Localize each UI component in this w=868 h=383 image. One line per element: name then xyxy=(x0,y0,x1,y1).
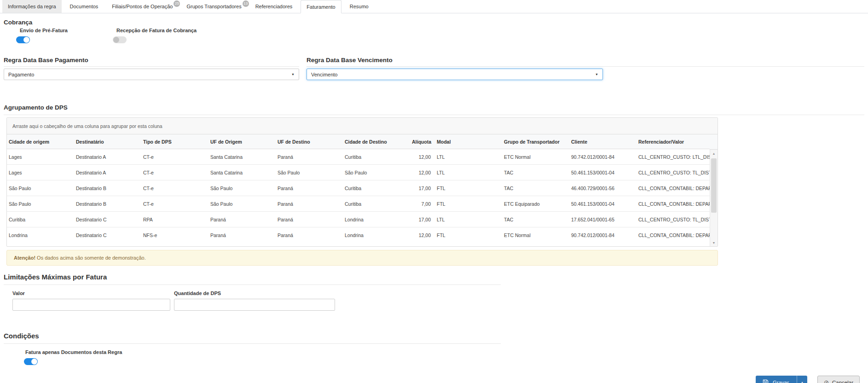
table-header-row: Cidade de origemDestinatárioTipo de DPSU… xyxy=(7,134,710,149)
tab-referenciadores[interactable]: Referenciadores xyxy=(250,0,298,13)
tab-informacoes-da-regra[interactable]: Informações da regra xyxy=(2,0,62,13)
scrollbar-thumb[interactable] xyxy=(711,158,717,213)
toggle-recepcao-de-fatura-de-cobranca[interactable] xyxy=(113,36,127,43)
cell-tipo-de-dps: CT-e xyxy=(141,196,208,212)
cell-tipo-de-dps: CT-e xyxy=(141,149,208,165)
cancel-button[interactable]: ⊘ Cancelar xyxy=(817,376,860,383)
regra-vencimento-select[interactable]: Vencimento ▼ xyxy=(307,69,603,80)
caret-up-icon: ▲ xyxy=(801,381,804,383)
cell-cliente: 50.461.153/0001-04 xyxy=(569,165,637,180)
column-header-grupo-de-transportador[interactable]: Grupo de Transportador xyxy=(502,134,569,149)
column-header-modal[interactable]: Modal xyxy=(435,134,502,149)
toggle-fatura-apenas-documentos-desta-regra[interactable] xyxy=(24,358,38,365)
valor-input[interactable] xyxy=(12,299,170,311)
cell-modal: FTL xyxy=(435,196,502,212)
column-header-cidade-de-destino[interactable]: Cidade de Destino xyxy=(343,134,410,149)
table-row[interactable]: LagesDestinatario ACT-eSanta CatarinaPar… xyxy=(7,149,710,165)
dropdown-arrow-icon: ▼ xyxy=(595,73,598,76)
cell-referenciador-valor: CLL_CONTA_CONTABIL: DEPART_A xyxy=(637,180,710,196)
table-row[interactable]: São PauloDestinatario BCT-eSão PauloPara… xyxy=(7,180,710,196)
cell-cidade-de-origem: Curitiba xyxy=(7,212,74,227)
toggle-group-envio-de-pre-fatura: Envio de Pré-Fatura xyxy=(16,28,113,43)
tab-grupos-transportadores[interactable]: Grupos Transportadores13 xyxy=(181,0,247,13)
cobranca-toggles: Envio de Pré-FaturaRecepção de Fatura de… xyxy=(4,28,864,43)
cell-grupo-de-transportador: TAC xyxy=(502,212,569,227)
cell-cliente: 17.652.041/0001-65 xyxy=(569,212,637,227)
switch-knob xyxy=(113,37,119,43)
cell-referenciador-valor: CLL_CENTRO_CUSTO: TL_DIST xyxy=(637,165,710,180)
cell-grupo-de-transportador: ETC Equiparado xyxy=(502,196,569,212)
cancel-button-label: Cancelar xyxy=(832,380,853,383)
cell-cidade-de-origem: Lages xyxy=(7,149,74,165)
cell-modal: FTL xyxy=(435,180,502,196)
cell-aliquota: 12,00 xyxy=(410,149,435,165)
switch-knob xyxy=(23,37,29,43)
tab-label: Referenciadores xyxy=(255,4,293,9)
cell-destinatario: Destinatario A xyxy=(74,149,141,165)
group-drop-zone[interactable]: Arraste aqui o cabeçalho de uma coluna p… xyxy=(7,118,718,134)
tab-resumo[interactable]: Resumo xyxy=(344,0,374,13)
cell-uf-de-origem: Santa Catarina xyxy=(208,149,276,165)
cell-cidade-de-destino: Curitiba xyxy=(343,149,410,165)
field-label: Valor xyxy=(12,290,170,296)
toggle-label: Recepção de Fatura de Cobrança xyxy=(116,28,197,33)
tab-label: Informações da regra xyxy=(8,4,56,9)
tab-label: Faturamento xyxy=(307,4,335,10)
regra-pagamento-group: Regra Data Base Pagamento Pagamento ▼ xyxy=(4,57,299,80)
quantidade-de-dps-input[interactable] xyxy=(174,299,335,311)
tab-documentos[interactable]: Documentos xyxy=(64,0,104,13)
save-button-label: Gravar xyxy=(773,380,789,383)
column-header-cidade-de-origem[interactable]: Cidade de origem xyxy=(7,134,74,149)
column-header-uf-de-destino[interactable]: UF de Destino xyxy=(276,134,343,149)
cell-uf-de-destino: Paraná xyxy=(276,196,343,212)
column-header-referenciador-valor[interactable]: Referenciador/Valor xyxy=(637,134,710,149)
save-options-button[interactable]: ▲ xyxy=(797,376,807,383)
toggle-envio-de-pre-fatura[interactable] xyxy=(16,36,30,43)
column-header-cliente[interactable]: Cliente xyxy=(569,134,637,149)
cell-cliente: 90.742.012/0001-84 xyxy=(569,227,637,243)
cell-uf-de-destino: São Paulo xyxy=(276,165,343,180)
cell-tipo-de-dps: NFS-e xyxy=(141,227,208,243)
limitacoes-fields: ValorQuantidade de DPS xyxy=(12,290,864,311)
table-row[interactable]: LondrinaDestinatario CNFS-eParanáParanáL… xyxy=(7,227,710,243)
column-header-uf-de-origem[interactable]: UF de Origem xyxy=(208,134,276,149)
section-title-cobranca: Cobrança xyxy=(4,19,864,26)
column-header-destinatario[interactable]: Destinatário xyxy=(74,134,141,149)
table-row[interactable]: LagesDestinatario ACT-eSanta CatarinaSão… xyxy=(7,165,710,180)
cell-modal: FTL xyxy=(435,227,502,243)
save-button[interactable]: Gravar xyxy=(756,376,797,383)
tab-faturamento[interactable]: Faturamento xyxy=(301,0,341,13)
cell-destinatario: Destinatario B xyxy=(74,196,141,212)
demo-warning: Atenção! Os dados acima são somente de d… xyxy=(6,250,718,266)
column-header-tipo-de-dps[interactable]: Tipo de DPS xyxy=(141,134,208,149)
section-title-limitacoes: Limitações Máximas por Fatura xyxy=(4,273,501,285)
action-buttons: Gravar ▲ ⊘ Cancelar xyxy=(756,376,860,383)
scroll-down-icon[interactable]: ▼ xyxy=(710,239,718,246)
dps-table: Cidade de origemDestinatárioTipo de DPSU… xyxy=(7,134,710,243)
tab-label: Resumo xyxy=(350,4,369,9)
tab-label: Grupos Transportadores xyxy=(186,4,241,9)
cell-uf-de-origem: Santa Catarina xyxy=(208,165,276,180)
tab-filiais-pontos-de-operacao[interactable]: Filiais/Pontos de Operação25 xyxy=(106,0,178,13)
cell-cidade-de-destino: Londrina xyxy=(343,227,410,243)
grid-scrollbar[interactable]: ▲ ▼ xyxy=(710,150,718,246)
cell-cliente: 46.400.729/0001-56 xyxy=(569,180,637,196)
field-label: Quantidade de DPS xyxy=(174,290,335,296)
cell-cidade-de-origem: São Paulo xyxy=(7,180,74,196)
scroll-up-icon[interactable]: ▲ xyxy=(710,150,718,157)
cell-tipo-de-dps: RPA xyxy=(141,212,208,227)
table-row[interactable]: CuritibaDestinatario CRPAParanáParanáLon… xyxy=(7,212,710,227)
section-title-condicoes: Condições xyxy=(4,332,501,344)
table-row[interactable]: São PauloDestinatario BCT-eSão PauloPara… xyxy=(7,196,710,212)
cell-aliquota: 17,00 xyxy=(410,180,435,196)
regra-pagamento-select[interactable]: Pagamento ▼ xyxy=(4,69,299,80)
tab-count-badge: 25 xyxy=(174,0,180,7)
cell-referenciador-valor: CLL_CONTA_CONTABIL: DEPART_A xyxy=(637,227,710,243)
field-quantidade-de-dps: Quantidade de DPS xyxy=(174,290,335,311)
cell-uf-de-destino: Paraná xyxy=(276,227,343,243)
column-header-aliquota[interactable]: Alíquota xyxy=(410,134,435,149)
cell-cidade-de-destino: Curitiba xyxy=(343,180,410,196)
cell-modal: LTL xyxy=(435,212,502,227)
toggle-label: Fatura apenas Documentos desta Regra xyxy=(25,349,864,355)
dropdown-arrow-icon: ▼ xyxy=(291,73,295,76)
